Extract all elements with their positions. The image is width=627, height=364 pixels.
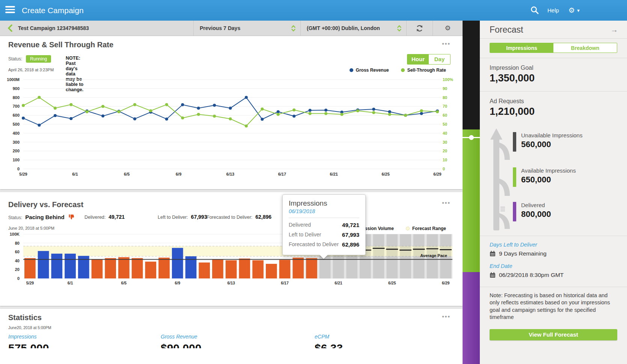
date-range-dropdown[interactable]: Previous 7 Days [193,21,300,36]
svg-text:20: 20 [443,149,447,153]
collapse-arrow-icon[interactable]: → [610,21,618,39]
status-label: Status: [8,56,22,62]
forecast-note: Note: Forecasting is based on historical… [480,287,627,325]
svg-text:6/17: 6/17 [281,281,289,285]
days-left-label: Days Left to Deliver [490,242,617,248]
view-full-forecast-button[interactable]: View Full Forecast [490,329,617,340]
toggle-day-button[interactable]: Day [429,54,450,64]
svg-text:6/9: 6/9 [175,281,180,285]
sell-through-dot-icon [401,68,405,72]
campaign-name: Test Campaign 12347948583 [18,21,89,36]
tooltip-pointer [320,255,328,259]
tooltip-row: Forecasted to Deliver62,896 [289,241,359,248]
available-bar-icon [513,167,516,187]
svg-text:100K: 100K [10,232,20,236]
forecast-sidebar: Forecast → Impressions Breakdown Impress… [480,21,627,364]
calendar-icon [490,251,496,257]
svg-text:100: 100 [13,158,20,162]
gear-icon: ⚙ [568,6,575,14]
goal-marker-dot [469,135,474,140]
svg-text:300: 300 [13,140,20,144]
svg-text:6/21: 6/21 [335,281,342,285]
help-link[interactable]: Help [547,0,559,21]
sidebar-title: Forecast [490,25,523,35]
legend-item: Forecast Range [406,226,446,231]
overflow-menu-icon[interactable]: ••• [442,313,451,320]
svg-text:200: 200 [13,149,20,153]
refresh-button[interactable] [406,21,433,36]
tab-breakdown[interactable]: Breakdown [553,43,617,53]
forecasted-stat: Forecasted to Deliver:62,896 [206,214,271,220]
sidebar-header: Forecast → [480,21,627,39]
date-range-value: Previous 7 Days [200,21,240,36]
svg-text:6/21: 6/21 [330,172,338,176]
svg-text:6/1: 6/1 [68,281,73,285]
chevron-updown-icon [291,25,296,33]
chevron-updown-icon [397,25,402,33]
end-date-row: 06/29/2018 8:30pm GMT [490,272,617,278]
revenue-chart[interactable]: 1000M100%9009080080700706006050050400403… [0,74,463,185]
tooltip-date: 06/19/2018 [289,208,359,214]
back-arrow-icon[interactable] [8,24,12,33]
chart-tooltip: Impressions 06/19/2018 Delivered49,721 L… [282,194,366,255]
strip-delivered-segment [463,272,480,364]
timezone-value: (GMT +00:00) Dublin, London [307,21,380,36]
svg-text:60: 60 [15,250,20,254]
hour-day-toggle: Hour Day [407,54,451,65]
svg-text:5/29: 5/29 [19,172,27,176]
svg-text:10: 10 [443,158,447,162]
svg-text:6/17: 6/17 [278,172,286,176]
toolbar: Test Campaign 12347948583 Previous 7 Day… [0,21,463,36]
svg-text:Average Pace: Average Pace [420,253,447,258]
overflow-menu-icon[interactable]: ••• [442,41,451,47]
impression-goal-value: 1,350,000 [490,72,617,84]
chart-settings-button[interactable]: ⚙ [433,21,463,36]
svg-text:6/13: 6/13 [227,281,235,285]
svg-text:500: 500 [13,122,20,126]
hamburger-menu-icon[interactable] [5,6,15,14]
delivered-stat: Delivered:49,721 [84,214,125,220]
tooltip-row: Delivered49,721 [289,222,359,228]
page-title: Create Campaign [22,0,84,21]
calendar-icon [490,272,496,278]
main-content: Revenue & Sell Through Rate ••• Status:R… [0,36,463,364]
stat-ecpm: eCPM $6.33 [315,334,343,348]
status-badge: Running [26,55,51,63]
svg-text:1000M: 1000M [7,77,20,82]
svg-text:6/25: 6/25 [388,281,396,285]
panel-title: Revenue & Sell Through Rate [8,41,113,49]
chart-timestamp: June 20, 2018 at 5:00PM [8,226,54,230]
delivery-forecast-panel: Delivery vs. Forecast ••• Status:Pacing … [0,192,463,306]
delivery-chart[interactable]: 100K806040200Average Pace5/296/16/56/96/… [0,231,463,289]
panel-title: Statistics [8,313,42,322]
search-icon[interactable] [530,6,539,15]
svg-text:0: 0 [17,167,20,171]
legend-item: Sell-Through Rate [401,68,446,73]
timezone-dropdown[interactable]: (GMT +00:00) Dublin, London [300,21,406,36]
funnel-breakdown: Unavailable Impressions 560,000 Availabl… [480,125,627,236]
line-chart-legend: Gross Revenue Sell-Through Rate [350,68,446,73]
toggle-hour-button[interactable]: Hour [407,54,429,64]
svg-text:6/5: 6/5 [124,172,130,176]
tab-impressions[interactable]: Impressions [490,43,553,53]
ad-requests-section: Ad Requests 1,210,000 [480,92,627,125]
svg-text:40: 40 [443,131,447,135]
delivery-status-row: Status:Pacing Behind Delivered:49,721 Le… [8,214,451,222]
svg-text:700: 700 [13,104,20,108]
settings-menu[interactable]: ⚙▼ [568,0,580,21]
dates-section: Days Left to Deliver 9 Days Remaining En… [480,236,627,287]
overflow-menu-icon[interactable]: ••• [442,200,451,206]
funnel-item-delivered: Delivered 800,000 [513,202,551,221]
strip-unavailable-segment [463,21,480,129]
ad-requests-value: 1,210,000 [490,106,617,117]
panel-title: Delivery vs. Forecast [8,200,83,209]
sidebar-tabs-wrap: Impressions Breakdown [480,39,627,58]
svg-text:600: 600 [13,113,20,117]
tooltip-title: Impressions [289,199,359,208]
svg-text:900: 900 [13,86,20,91]
svg-text:0: 0 [443,167,445,171]
svg-text:60: 60 [443,113,447,117]
gross-revenue-dot-icon [350,68,353,72]
svg-text:6/5: 6/5 [121,281,127,285]
svg-text:800: 800 [13,95,20,100]
